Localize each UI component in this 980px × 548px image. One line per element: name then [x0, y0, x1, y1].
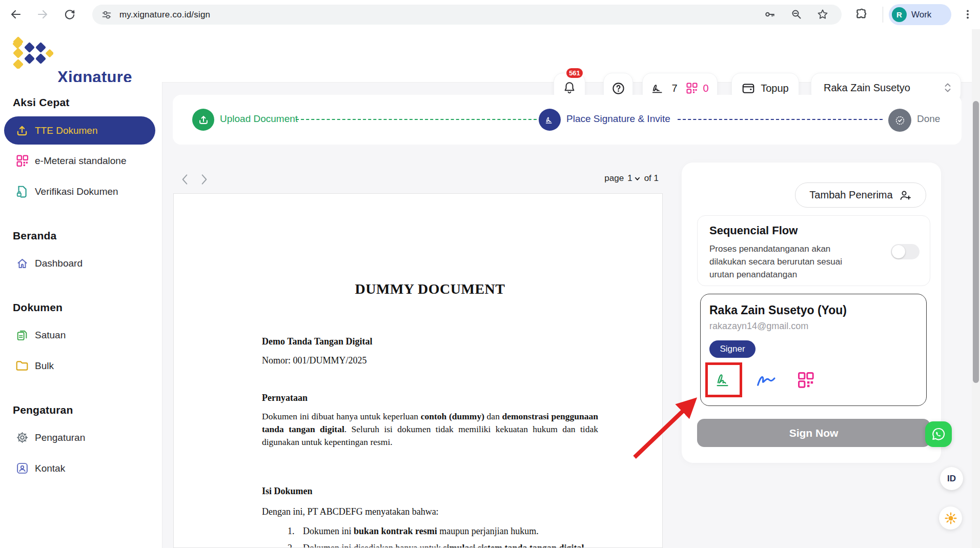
whatsapp-icon	[931, 427, 946, 442]
upload-icon	[15, 124, 29, 137]
page-label: page	[604, 173, 624, 184]
prev-page-button[interactable]	[177, 172, 192, 187]
page-total: of 1	[644, 173, 659, 184]
signer-email: rakazayn14@gmail.com	[709, 321, 808, 332]
browser-forward-button[interactable]	[34, 6, 51, 23]
zoom-out-icon[interactable]	[790, 8, 803, 21]
sidebar-item-label: Kontak	[35, 463, 65, 474]
chevron-down-icon	[634, 175, 641, 182]
sequential-flow-toggle[interactable]	[891, 244, 920, 259]
extensions-icon[interactable]	[854, 7, 868, 22]
annotation-arrow	[625, 382, 712, 461]
forward-icon	[36, 8, 49, 21]
sign-now-button[interactable]: Sign Now	[697, 419, 930, 447]
sidebar-item-bulk[interactable]: Bulk	[0, 352, 162, 380]
site-info-icon[interactable]	[101, 9, 112, 21]
signer-role-badge: Signer	[709, 340, 756, 358]
scrollbar-thumb[interactable]	[973, 101, 979, 383]
signer-name: Raka Zain Susetyo (You)	[709, 303, 847, 317]
profile-name: Work	[911, 10, 931, 20]
sidebar-item-verifikasi[interactable]: Verifikasi Dokumen	[0, 177, 162, 206]
page-select[interactable]: 1	[627, 173, 640, 184]
document-list-item: 2. Dokumen ini disediakan hanya untuk si…	[288, 543, 600, 548]
sidebar-section-dokumen: Dokumen	[13, 301, 63, 314]
browser-menu-icon[interactable]	[962, 8, 974, 21]
document-check-icon	[15, 185, 29, 198]
document-heading: Demo Tanda Tangan Digital	[262, 336, 373, 347]
step-place-signature-label: Place Signature & Invite	[566, 113, 670, 125]
sidebar-item-satuan[interactable]: Satuan	[0, 321, 162, 349]
whatsapp-button[interactable]	[925, 421, 952, 447]
add-recipient-button[interactable]: Tambah Penerima	[795, 182, 926, 208]
sun-icon	[944, 512, 957, 525]
notification-badge: 561	[565, 67, 584, 79]
sidebar-item-label: e-Meterai standalone	[35, 155, 127, 167]
sidebar-item-kontak[interactable]: Kontak	[0, 454, 162, 482]
signature-balance-icon	[651, 82, 666, 94]
add-recipient-label: Tambah Penerima	[809, 189, 892, 201]
theme-toggle-button[interactable]	[939, 506, 962, 530]
toolbar-divider	[883, 7, 883, 23]
document-title: DUMMY DOCUMENT	[262, 281, 598, 297]
reload-icon	[64, 8, 76, 21]
sidebar-item-label: Bulk	[35, 360, 54, 372]
profile-avatar: R	[892, 7, 907, 22]
sidebar-item-emeterai[interactable]: e-Meterai standalone	[0, 147, 162, 175]
contact-icon	[15, 462, 29, 475]
sidebar-section-pengaturan: Pengaturan	[13, 404, 73, 416]
sidebar-item-dashboard[interactable]: Dashboard	[0, 249, 162, 277]
step-upload-circle	[192, 109, 214, 131]
browser-back-button[interactable]	[7, 6, 25, 23]
sidebar-item-label: Dashboard	[35, 258, 83, 269]
home-icon	[15, 257, 29, 270]
step-done-label: Done	[917, 113, 940, 125]
help-icon	[611, 82, 625, 95]
password-key-icon[interactable]	[764, 8, 776, 21]
document-intro: Dengan ini, PT ABCDEFG menyatakan bahwa:	[262, 506, 439, 517]
topup-label: Topup	[761, 83, 789, 94]
initials-tool-icon[interactable]	[756, 372, 781, 388]
url-text: my.xignature.co.id/sign	[119, 10, 210, 20]
browser-toolbar: my.xignature.co.id/sign R Work	[0, 0, 980, 30]
signature-icon	[544, 115, 556, 125]
stepper-connector	[296, 119, 537, 120]
stepper-connector	[678, 119, 883, 120]
page-indicator: page 1 of 1	[579, 173, 659, 184]
chevron-up-down-icon	[944, 82, 951, 93]
upload-icon	[198, 114, 209, 126]
step-place-signature-circle	[539, 109, 561, 131]
sidebar-section-beranda: Beranda	[13, 230, 56, 242]
signer-card: Raka Zain Susetyo (You) rakazayn14@gmail…	[700, 294, 927, 406]
app-header: Xignature member of 561 7 0	[0, 29, 980, 83]
emeterai-tool-icon[interactable]	[797, 371, 814, 389]
sequential-flow-description: Proses penandatanganan akan dilakukan se…	[709, 242, 866, 281]
wallet-icon	[742, 82, 755, 94]
step-upload-label: Upload Document	[220, 113, 298, 125]
workflow-stepper: Upload Document Place Signature & Invite…	[173, 95, 962, 145]
sequential-flow-card: Sequencial Flow Proses penandatanganan a…	[697, 215, 930, 286]
page-scrollbar[interactable]	[972, 29, 980, 548]
address-bar[interactable]: my.xignature.co.id/sign	[92, 5, 842, 25]
emeterai-balance-count: 0	[703, 83, 709, 94]
emeterai-balance-icon	[686, 82, 698, 94]
language-label: ID	[947, 474, 956, 484]
browser-reload-button[interactable]	[61, 6, 78, 23]
language-button[interactable]: ID	[940, 467, 963, 490]
next-page-button[interactable]	[197, 172, 211, 187]
signature-balance-count: 7	[671, 83, 677, 94]
toggle-knob	[892, 245, 905, 258]
chevron-left-icon	[180, 173, 189, 186]
document-preview[interactable]: DUMMY DOCUMENT Demo Tanda Tangan Digital…	[173, 193, 663, 548]
sidebar-item-label: Verifikasi Dokumen	[35, 186, 118, 197]
back-icon	[10, 8, 22, 21]
bookmark-star-icon[interactable]	[816, 8, 829, 21]
sidebar-item-tte-dokumen[interactable]: TTE Dokumen	[4, 116, 155, 145]
badge-check-icon	[894, 115, 906, 126]
qr-icon	[15, 154, 29, 167]
step-done-circle	[888, 109, 911, 132]
sidebar-item-pengaturan[interactable]: Pengaturan	[0, 423, 162, 452]
browser-profile-chip[interactable]: R Work	[889, 4, 951, 25]
sidebar: Aksi Cepat TTE Dokumen e-Meterai standal…	[0, 82, 162, 548]
signature-tool-icon[interactable]	[713, 371, 734, 389]
sidebar-item-label: TTE Dokumen	[35, 125, 97, 136]
